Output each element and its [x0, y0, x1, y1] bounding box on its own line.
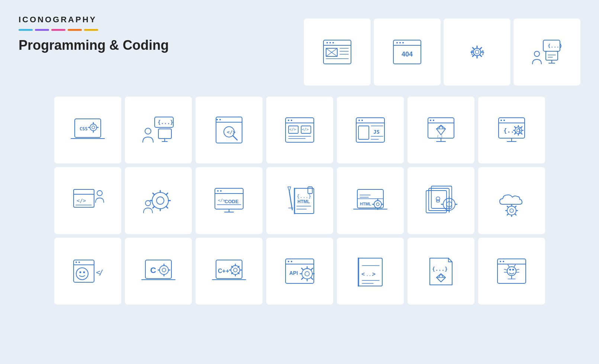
icons-row-3: < / C C++	[19, 238, 580, 305]
svg-point-42	[92, 126, 95, 129]
svg-line-172	[515, 214, 516, 215]
icon-settings-monitor: {...}	[478, 97, 545, 163]
svg-text:CSS: CSS	[80, 126, 88, 131]
svg-point-16	[402, 42, 404, 43]
svg-marker-230	[437, 274, 445, 282]
svg-point-187	[160, 266, 168, 274]
svg-point-149	[376, 203, 379, 206]
svg-line-218	[311, 278, 313, 279]
svg-point-11	[332, 42, 334, 43]
svg-text:</>: </>	[77, 198, 86, 204]
icon-cpp-laptop: C++	[196, 238, 263, 305]
svg-rect-32	[546, 51, 558, 60]
svg-point-177	[75, 261, 77, 263]
svg-line-243	[504, 269, 507, 270]
icon-code-timer: </>	[54, 167, 121, 234]
svg-text:}: }	[482, 49, 484, 55]
icon-cloud-settings	[478, 167, 545, 234]
icon-html-laptop: HTML	[337, 167, 404, 234]
svg-point-148	[374, 201, 381, 208]
svg-rect-74	[358, 126, 369, 139]
icon-404: 404	[374, 19, 441, 85]
svg-text:CODE: CODE	[225, 199, 239, 204]
svg-point-72	[358, 120, 360, 121]
icon-code-book: < ... >	[337, 238, 404, 305]
svg-text:{...}: {...}	[548, 43, 562, 49]
svg-line-219	[311, 268, 313, 270]
brand-name: ICONOGRAPHY	[19, 15, 169, 25]
svg-point-92	[500, 120, 502, 121]
icon-css-laptop: CSS	[54, 97, 121, 163]
svg-line-173	[515, 206, 516, 207]
icon-ruby-monitor: {...}	[408, 97, 474, 163]
svg-point-41	[90, 124, 97, 131]
svg-text:{...}: {...}	[437, 135, 442, 139]
svg-point-82	[433, 120, 434, 121]
svg-line-132	[289, 191, 292, 210]
icon-web-layout	[304, 19, 371, 85]
icon-developer-chat: {...}	[513, 19, 580, 85]
svg-point-10	[329, 42, 331, 43]
svg-text:{...}: {...}	[158, 119, 173, 125]
svg-point-197	[234, 268, 237, 272]
svg-point-178	[78, 261, 80, 263]
svg-point-93	[503, 120, 505, 121]
svg-rect-49	[158, 129, 171, 139]
svg-text:{...}: {...}	[503, 127, 521, 134]
svg-point-208	[288, 261, 289, 262]
svg-point-15	[399, 42, 401, 43]
svg-text:{...}: {...}	[432, 266, 448, 272]
icon-code-window: </> </>	[266, 97, 333, 163]
icon-stack-settings	[408, 167, 474, 234]
icons-row-1: CSS {...}	[19, 97, 580, 163]
svg-point-237	[503, 261, 504, 262]
svg-line-174	[507, 214, 508, 215]
svg-point-62	[288, 120, 289, 121]
svg-point-238	[507, 267, 516, 276]
icon-c-laptop: C	[125, 238, 192, 305]
svg-text:>: >	[372, 271, 376, 277]
svg-rect-184	[145, 260, 171, 279]
svg-text:</>: </>	[289, 127, 296, 131]
svg-point-56	[219, 119, 221, 120]
svg-point-125	[217, 190, 219, 192]
page-header: ICONOGRAPHY Programming & Coding	[19, 15, 580, 85]
svg-point-9	[326, 42, 328, 43]
svg-point-109	[97, 191, 102, 196]
svg-point-35	[534, 51, 540, 56]
svg-point-239	[509, 269, 511, 271]
svg-point-73	[361, 120, 363, 121]
svg-point-55	[216, 119, 218, 120]
svg-point-52	[145, 128, 151, 134]
svg-text:API: API	[289, 270, 298, 276]
svg-point-240	[512, 269, 514, 271]
svg-point-212	[305, 272, 309, 276]
svg-line-119	[166, 207, 168, 208]
svg-point-63	[291, 120, 292, 121]
icon-code-monitor: </> CODE	[196, 167, 263, 234]
svg-rect-234	[497, 259, 526, 283]
svg-line-118	[153, 193, 154, 195]
icon-json-diamond: {...}	[408, 238, 474, 305]
svg-text:HTML: HTML	[360, 202, 371, 206]
svg-line-245	[516, 269, 519, 270]
svg-text:{: {	[470, 49, 473, 55]
svg-line-26	[480, 48, 482, 49]
icon-code-settings: { }	[444, 19, 511, 85]
svg-text:<: <	[361, 271, 365, 277]
icons-grid: CSS {...}	[19, 97, 580, 305]
brand-section: ICONOGRAPHY Programming & Coding	[19, 15, 169, 53]
svg-line-121	[153, 207, 154, 208]
icon-bug-window	[478, 238, 545, 305]
svg-line-59	[233, 136, 237, 140]
svg-text:/: /	[99, 268, 103, 277]
svg-point-122	[145, 201, 151, 206]
icon-html-book: HTML {...}	[266, 167, 333, 234]
svg-point-166	[510, 209, 513, 212]
svg-line-24	[473, 48, 474, 49]
svg-text:C: C	[150, 266, 156, 275]
icon-code-search: </>	[196, 97, 263, 163]
color-bar-1	[19, 29, 33, 31]
color-bar-4	[68, 29, 82, 31]
svg-point-179	[76, 268, 88, 280]
